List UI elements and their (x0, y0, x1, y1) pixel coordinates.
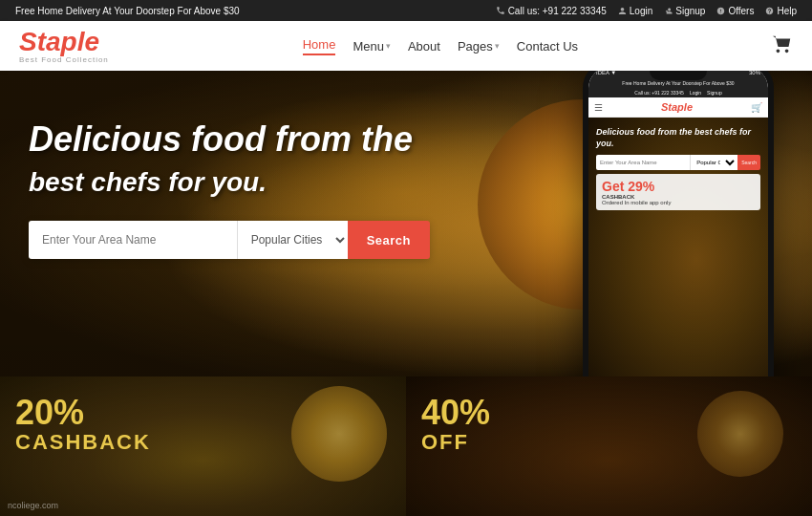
promo-text-1: 20% CASHBACK (0, 376, 406, 474)
phone-cashback-pct: Get 29% (602, 179, 755, 194)
navbar: Staple Best Food Collection Home Menu▾ A… (0, 21, 812, 71)
phone-hamburger-icon[interactable]: ☰ (594, 102, 603, 113)
logo: Staple Best Food Collection (19, 29, 109, 64)
city-select[interactable]: Popular Cities (237, 221, 348, 259)
login-link[interactable]: Login (618, 6, 652, 16)
promo-pct-2: 40% (421, 396, 797, 430)
phone-search: Popular Cities Search (596, 155, 760, 170)
promo-section: 20% CASHBACK ncoliege.com 40% OFF (0, 376, 812, 516)
phone-logo: Staple (661, 101, 693, 113)
announcement-bar: Free Home Delivery At Your Doorstep For … (0, 0, 812, 21)
area-search-input[interactable] (29, 221, 237, 259)
announcement-text: Free Home Delivery At Your Doorstep For … (15, 6, 240, 16)
phone-link[interactable]: Call us: +91 222 33345 (496, 6, 607, 16)
promo-label-1: CASHBACK (15, 430, 391, 455)
phone-screen: IDEA ▼ 9:20 pm 30% Free Home Delivery At… (588, 71, 768, 376)
nav-contact[interactable]: Contact Us (517, 39, 578, 54)
announcement-actions: Call us: +91 222 33345 Login Signup Offe… (496, 6, 797, 16)
signup-link[interactable]: Signup (664, 6, 705, 16)
watermark-1: ncoliege.com (8, 501, 58, 510)
phone-area-input[interactable] (596, 155, 690, 170)
phone-cart-icon[interactable]: 🛒 (751, 102, 762, 113)
search-bar: Popular Cities Search (29, 221, 430, 259)
help-link[interactable]: Help (765, 6, 797, 16)
promo-pct-1: 20% (15, 396, 391, 430)
search-button[interactable]: Search (348, 221, 430, 259)
phone-city-select[interactable]: Popular Cities (690, 155, 737, 170)
phone-cashback-card: Get 29% CASHBACK Ordered In mobile app o… (596, 174, 760, 210)
nav-links: Home Menu▾ About Pages▾ Contact Us (303, 37, 578, 55)
hero-section: Delicious food from the best chefs for y… (0, 71, 812, 376)
promo-card-1: 20% CASHBACK ncoliege.com (0, 376, 406, 516)
logo-sub: Best Food Collection (19, 55, 109, 64)
phone-mockup: IDEA ▼ 9:20 pm 30% Free Home Delivery At… (583, 71, 774, 376)
phone-cashback-sub: Ordered In mobile app only (602, 200, 755, 205)
nav-home[interactable]: Home (303, 37, 336, 55)
offers-link[interactable]: Offers (716, 6, 754, 16)
logo-text: Staple (19, 29, 109, 55)
promo-label-2: OFF (421, 430, 797, 455)
phone-topbar: Call us: +91 222 33345 Login Signup (588, 88, 768, 97)
promo-text-2: 40% OFF (406, 376, 812, 474)
nav-menu[interactable]: Menu▾ (353, 39, 391, 54)
promo-card-2: 40% OFF (406, 376, 812, 516)
phone-hero-title: Delicious food from the best chefs for y… (596, 127, 760, 149)
nav-pages[interactable]: Pages▾ (458, 39, 500, 54)
phone-hero: Delicious food from the best chefs for y… (588, 118, 768, 376)
phone-search-button[interactable]: Search (737, 155, 760, 170)
nav-about[interactable]: About (408, 39, 440, 54)
cart-icon[interactable] (772, 33, 793, 59)
phone-nav: ☰ Staple 🛒 (588, 97, 768, 118)
